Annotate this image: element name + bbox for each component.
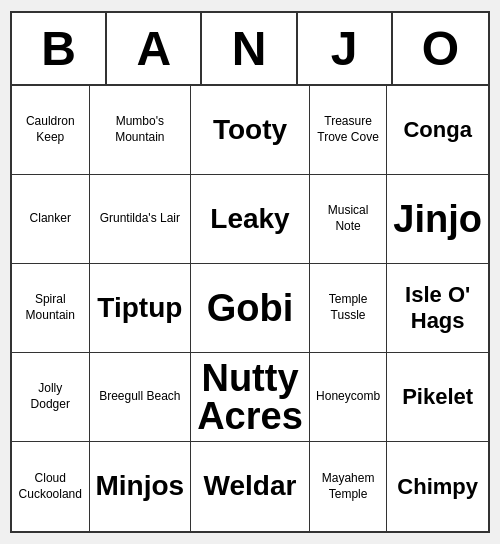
cell-label: Jinjo: [393, 200, 482, 238]
cell-label: Pikelet: [402, 384, 473, 410]
cell-label: Isle O' Hags: [393, 282, 482, 334]
bingo-cell: Clanker: [12, 175, 90, 264]
cell-label: Chimpy: [397, 474, 478, 500]
bingo-cell: Gruntilda's Lair: [90, 175, 192, 264]
cell-label: Cauldron Keep: [18, 114, 83, 145]
bingo-cell: Gobi: [191, 264, 310, 353]
bingo-cell: Weldar: [191, 442, 310, 531]
bingo-cell: Spiral Mountain: [12, 264, 90, 353]
bingo-cell: Cauldron Keep: [12, 86, 90, 175]
bingo-cell: Tiptup: [90, 264, 192, 353]
cell-label: Weldar: [204, 471, 297, 502]
cell-label: Cloud Cuckooland: [18, 471, 83, 502]
cell-label: Temple Tussle: [316, 292, 381, 323]
cell-label: Spiral Mountain: [18, 292, 83, 323]
bingo-cell: Honeycomb: [310, 353, 388, 442]
cell-label: Nutty Acres: [197, 359, 303, 435]
bingo-cell: Musical Note: [310, 175, 388, 264]
cell-label: Minjos: [96, 471, 185, 502]
cell-label: Clanker: [30, 211, 71, 227]
bingo-grid: Cauldron KeepMumbo's MountainTootyTreasu…: [12, 86, 488, 531]
cell-label: Breegull Beach: [99, 389, 180, 405]
bingo-cell: Isle O' Hags: [387, 264, 488, 353]
cell-label: Musical Note: [316, 203, 381, 234]
bingo-letter: A: [107, 13, 202, 84]
cell-label: Jolly Dodger: [18, 381, 83, 412]
bingo-cell: Mumbo's Mountain: [90, 86, 192, 175]
cell-label: Conga: [403, 117, 471, 143]
bingo-cell: Mayahem Temple: [310, 442, 388, 531]
cell-label: Tooty: [213, 115, 287, 146]
cell-label: Gobi: [207, 289, 294, 327]
bingo-cell: Chimpy: [387, 442, 488, 531]
bingo-cell: Temple Tussle: [310, 264, 388, 353]
bingo-cell: Pikelet: [387, 353, 488, 442]
bingo-cell: Jolly Dodger: [12, 353, 90, 442]
cell-label: Mayahem Temple: [316, 471, 381, 502]
bingo-cell: Minjos: [90, 442, 192, 531]
bingo-letter: J: [298, 13, 393, 84]
cell-label: Gruntilda's Lair: [100, 211, 180, 227]
cell-label: Treasure Trove Cove: [316, 114, 381, 145]
bingo-header: BANJO: [12, 13, 488, 86]
cell-label: Honeycomb: [316, 389, 380, 405]
bingo-cell: Jinjo: [387, 175, 488, 264]
bingo-letter: O: [393, 13, 488, 84]
bingo-cell: Nutty Acres: [191, 353, 310, 442]
cell-label: Tiptup: [97, 293, 182, 324]
cell-label: Mumbo's Mountain: [96, 114, 185, 145]
cell-label: Leaky: [210, 204, 289, 235]
bingo-cell: Treasure Trove Cove: [310, 86, 388, 175]
bingo-letter: B: [12, 13, 107, 84]
bingo-cell: Leaky: [191, 175, 310, 264]
bingo-card: BANJO Cauldron KeepMumbo's MountainTooty…: [10, 11, 490, 533]
bingo-cell: Breegull Beach: [90, 353, 192, 442]
bingo-cell: Conga: [387, 86, 488, 175]
bingo-cell: Cloud Cuckooland: [12, 442, 90, 531]
bingo-cell: Tooty: [191, 86, 310, 175]
bingo-letter: N: [202, 13, 297, 84]
